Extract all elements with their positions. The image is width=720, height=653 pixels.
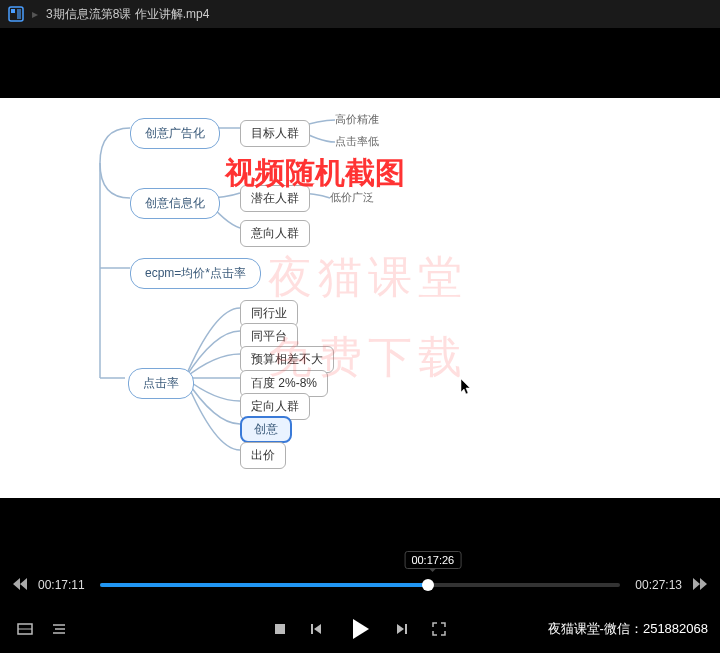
svg-rect-1 bbox=[11, 9, 15, 13]
mindmap-leaf: 高价精准 bbox=[335, 112, 379, 127]
fast-forward-button[interactable] bbox=[692, 577, 708, 593]
video-stage[interactable]: 创意广告化 目标人群 高价精准 点击率低 创意信息化 潜在人群 低价广泛 意向人… bbox=[0, 28, 720, 563]
fullscreen-button[interactable] bbox=[431, 621, 447, 637]
stop-button[interactable] bbox=[273, 622, 287, 636]
playlist-button[interactable] bbox=[50, 620, 68, 638]
app-icon bbox=[8, 6, 24, 22]
mindmap-node-selected[interactable]: 创意 bbox=[240, 416, 292, 443]
previous-button[interactable] bbox=[309, 622, 323, 636]
credit-text: 夜猫课堂-微信：251882068 bbox=[548, 620, 708, 638]
control-bar: 夜猫课堂-微信：251882068 bbox=[0, 605, 720, 653]
current-time: 00:17:11 bbox=[38, 578, 90, 592]
video-frame: 创意广告化 目标人群 高价精准 点击率低 创意信息化 潜在人群 低价广泛 意向人… bbox=[0, 98, 720, 498]
play-button[interactable] bbox=[345, 615, 373, 643]
seek-fill bbox=[100, 583, 428, 587]
cursor-icon bbox=[460, 378, 474, 400]
mindmap-leaf: 低价广泛 bbox=[330, 190, 374, 205]
watermark-text: 夜猫课堂 bbox=[268, 248, 468, 307]
mindmap-node[interactable]: 目标人群 bbox=[240, 120, 310, 147]
total-time: 00:27:13 bbox=[630, 578, 682, 592]
rewind-button[interactable] bbox=[12, 577, 28, 593]
progress-bar-row: 00:17:11 00:17:26 00:27:13 bbox=[0, 571, 720, 599]
next-button[interactable] bbox=[395, 622, 409, 636]
svg-rect-2 bbox=[17, 9, 21, 19]
mindmap-node[interactable]: 出价 bbox=[240, 442, 286, 469]
mindmap-node[interactable]: 点击率 bbox=[128, 368, 194, 399]
svg-rect-9 bbox=[311, 624, 313, 634]
mindmap-node[interactable]: ecpm=均价*点击率 bbox=[130, 258, 261, 289]
title-separator: ▸ bbox=[32, 7, 38, 21]
seek-tooltip: 00:17:26 bbox=[404, 551, 461, 569]
title-bar: ▸ 3期信息流第8课 作业讲解.mp4 bbox=[0, 0, 720, 28]
svg-rect-10 bbox=[405, 624, 407, 634]
mindmap-node[interactable]: 创意广告化 bbox=[130, 118, 220, 149]
aspect-button[interactable] bbox=[16, 620, 34, 638]
mindmap-leaf: 点击率低 bbox=[335, 134, 379, 149]
mindmap-node[interactable]: 潜在人群 bbox=[240, 185, 310, 212]
seek-track[interactable]: 00:17:26 bbox=[100, 583, 620, 587]
mindmap-node[interactable]: 预算相差不大 bbox=[240, 346, 334, 373]
mindmap-node[interactable]: 创意信息化 bbox=[130, 188, 220, 219]
mindmap-node[interactable]: 意向人群 bbox=[240, 220, 310, 247]
svg-rect-8 bbox=[275, 624, 285, 634]
seek-knob[interactable] bbox=[422, 579, 434, 591]
mindmap-connectors bbox=[0, 98, 720, 498]
window-title: 3期信息流第8课 作业讲解.mp4 bbox=[46, 6, 209, 23]
